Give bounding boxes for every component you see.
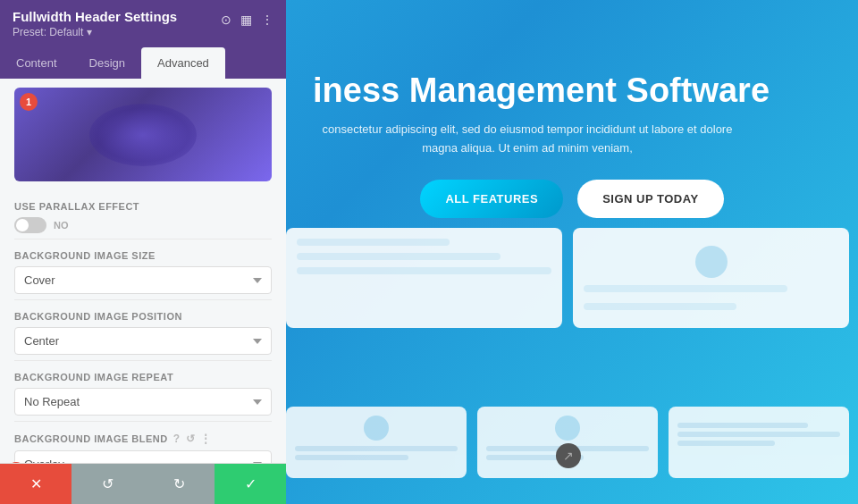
card-line xyxy=(584,303,736,310)
parallax-label: Use Parallax Effect xyxy=(14,201,272,212)
bg-repeat-select[interactable]: No Repeat Repeat Repeat-X Repeat-Y xyxy=(14,388,272,416)
focus-icon[interactable]: ⊙ xyxy=(221,13,231,27)
card-line xyxy=(297,253,500,260)
reset-icon[interactable]: ↺ xyxy=(186,433,196,445)
columns-icon[interactable]: ▦ xyxy=(240,13,252,27)
card-circle xyxy=(695,246,728,278)
hero-title: iness Management Software xyxy=(313,71,831,110)
hero-buttons: ALL FEATURES SIGN UP TODAY xyxy=(313,180,831,218)
small-card-line xyxy=(677,432,840,437)
bg-position-setting: Background Image Position Center Top Lef… xyxy=(14,300,272,361)
image-preview: 1 xyxy=(14,88,272,181)
bg-blend-label: Background Image Blend ? ↺ ⋮ xyxy=(14,433,272,445)
bg-position-select[interactable]: Center Top Left Top Center Top Right Bot… xyxy=(14,327,272,355)
bg-repeat-label: Background Image Repeat xyxy=(14,372,272,382)
badge-1: 1 xyxy=(20,93,38,111)
bg-repeat-setting: Background Image Repeat No Repeat Repeat… xyxy=(14,361,272,422)
toggle-no-label: NO xyxy=(54,220,69,231)
bottom-bar: ✕ ↺ ↻ ✓ xyxy=(0,463,286,504)
sidebar-title: Fullwidth Header Settings xyxy=(13,9,221,24)
parallax-toggle[interactable] xyxy=(14,217,46,233)
preview-ellipse xyxy=(89,104,197,166)
small-card-3 xyxy=(669,407,849,478)
card-line xyxy=(297,267,551,274)
bg-size-select[interactable]: Cover Contain Auto xyxy=(14,266,272,294)
bg-size-label: Background Image Size xyxy=(14,250,272,261)
tab-content[interactable]: Content xyxy=(0,47,73,79)
bg-blend-setting: 2 Background Image Blend ? ↺ ⋮ Overlay N… xyxy=(14,422,272,463)
undo-button[interactable]: ↺ xyxy=(72,464,143,504)
more-icon[interactable]: ⋮ xyxy=(261,13,273,27)
small-card-line xyxy=(677,423,808,428)
sidebar-panel: Fullwidth Header Settings Preset: Defaul… xyxy=(0,0,286,504)
hero-subtitle: consectetur adipiscing elit, sed do eius… xyxy=(313,121,742,158)
cancel-button[interactable]: ✕ xyxy=(0,464,72,504)
save-button[interactable]: ✓ xyxy=(214,464,286,504)
tab-advanced[interactable]: Advanced xyxy=(141,47,225,79)
all-features-button[interactable]: ALL FEATURES xyxy=(420,180,563,218)
small-card-line xyxy=(677,441,775,446)
sign-up-button[interactable]: SIGN UP TODAY xyxy=(577,180,723,218)
parallax-setting: Use Parallax Effect NO xyxy=(14,190,272,239)
image-preview-bg xyxy=(14,88,272,181)
bg-blend-select[interactable]: Overlay Normal Multiply Screen Darken Li… xyxy=(14,450,272,463)
hero-section: iness Management Software consectetur ad… xyxy=(286,54,858,236)
sidebar-preset[interactable]: Preset: Default ▾ xyxy=(13,26,221,38)
resize-handle[interactable]: ↗ xyxy=(556,443,581,468)
small-card-1 xyxy=(286,407,467,478)
settings-area: Use Parallax Effect NO Background Image … xyxy=(0,190,286,463)
sidebar-body: 1 Use Parallax Effect NO Background Imag… xyxy=(0,79,286,463)
card-grid xyxy=(286,228,849,328)
parallax-toggle-wrap: NO xyxy=(14,217,272,233)
card-lines xyxy=(584,285,838,317)
small-card-line xyxy=(295,446,458,451)
toggle-thumb xyxy=(16,219,29,231)
card-2 xyxy=(573,228,849,328)
card-line xyxy=(297,239,450,246)
help-icon[interactable]: ? xyxy=(173,433,181,445)
bg-position-label: Background Image Position xyxy=(14,311,272,322)
small-card-circle xyxy=(555,416,580,441)
card-1 xyxy=(286,228,562,328)
small-card-circle xyxy=(364,416,389,441)
sidebar-tabs: Content Design Advanced xyxy=(0,47,286,79)
redo-button[interactable]: ↻ xyxy=(143,464,214,504)
small-card-line xyxy=(295,455,408,460)
card-line xyxy=(584,285,787,292)
header-icons: ⊙ ▦ ⋮ xyxy=(221,9,273,27)
sidebar-header: Fullwidth Header Settings Preset: Defaul… xyxy=(0,0,286,47)
more-options-icon[interactable]: ⋮ xyxy=(200,433,212,445)
tab-design[interactable]: Design xyxy=(73,47,141,79)
sidebar-header-left: Fullwidth Header Settings Preset: Defaul… xyxy=(13,9,221,38)
bg-size-setting: Background Image Size Cover Contain Auto xyxy=(14,239,272,300)
